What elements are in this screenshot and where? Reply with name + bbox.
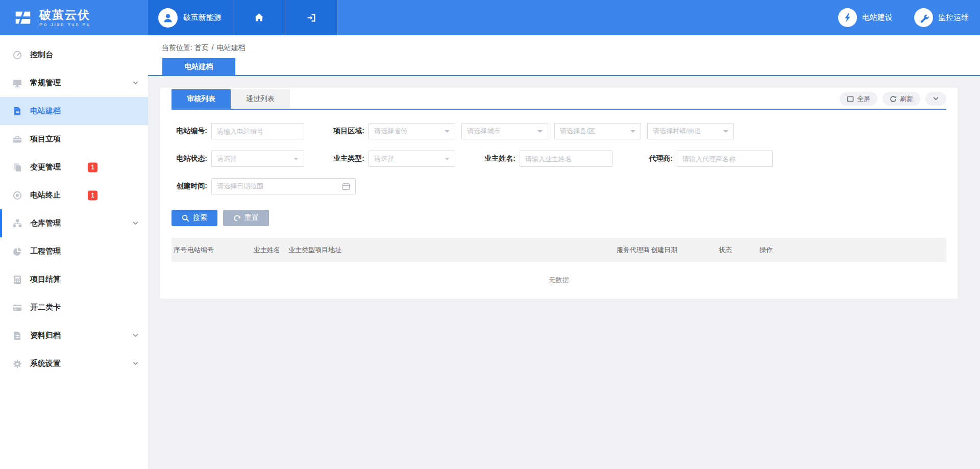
sidebar-item-pie[interactable]: 工程管理	[0, 237, 148, 265]
topbar-nav: 电站建设监控运维	[838, 0, 969, 35]
select-placeholder: 请选择村镇/街道	[653, 127, 701, 136]
sidebar-item-dashboard[interactable]: 控制台	[0, 41, 148, 69]
select-placeholder: 请选择城市	[467, 127, 500, 136]
caret-down-icon	[537, 130, 543, 135]
filter-group: 业主姓名:	[480, 151, 612, 167]
table-column-header: 序号	[174, 245, 187, 255]
filter-label: 电站编号:	[172, 127, 207, 136]
breadcrumb-home[interactable]: 首页	[194, 43, 209, 52]
empty-state: 无数据	[172, 262, 946, 299]
tool-collapse-button[interactable]	[925, 92, 946, 106]
panel-tabs: 审核列表通过列表全屏刷新	[172, 88, 946, 110]
filter-daterange[interactable]: 请选择日期范围	[211, 178, 356, 194]
chevron-down-icon	[132, 80, 139, 86]
filter-input[interactable]	[211, 123, 304, 139]
sidebar-item-calculator[interactable]: 项目结算	[0, 265, 148, 293]
filter-label: 业主姓名:	[480, 154, 516, 163]
breadcrumb-separator: /	[212, 43, 214, 52]
select-placeholder: 请选择	[217, 154, 237, 163]
filter-group: 电站编号:	[172, 123, 304, 139]
active-indicator	[0, 209, 2, 237]
filter-input[interactable]	[520, 151, 612, 167]
pie-icon	[12, 246, 23, 257]
table-column-header: 服务代理商	[617, 245, 651, 255]
signout-button[interactable]	[285, 0, 337, 35]
caret-down-icon	[445, 130, 450, 135]
sidebar-item-sitemap[interactable]: 仓库管理	[0, 209, 148, 237]
sidebar-item-label: 系统设置	[30, 359, 61, 368]
reset-icon	[233, 214, 241, 222]
sidebar-item-monitor[interactable]: 常规管理	[0, 69, 148, 97]
table-column-header: 项目地址	[315, 245, 617, 255]
panel-tools: 全屏刷新	[840, 92, 946, 106]
filter-select[interactable]: 请选择	[369, 151, 455, 167]
notification-badge: 1	[88, 190, 97, 200]
filter-select[interactable]: 请选择	[211, 151, 304, 167]
user-menu[interactable]: 破茧新能源	[148, 0, 233, 35]
filter-select[interactable]: 请选择省份	[369, 123, 455, 139]
filter-group: 业主类型:请选择	[329, 151, 455, 167]
reset-button[interactable]: 重置	[223, 210, 269, 226]
notification-badge: 1	[88, 162, 97, 172]
filter-select[interactable]: 请选择县/区	[554, 123, 641, 139]
caret-down-icon	[445, 158, 450, 163]
sidebar-item-record[interactable]: 电站终止1	[0, 181, 148, 209]
panel-tab-0[interactable]: 审核列表	[172, 89, 231, 109]
topbar-account-section: 破茧新能源	[148, 0, 337, 35]
sitemap-icon	[12, 218, 23, 229]
select-placeholder: 请选择	[374, 154, 394, 163]
brand-text: 破茧云伏 Po Jian Yun Fu	[39, 8, 91, 27]
reset-button-label: 重置	[244, 213, 259, 223]
brand-subtitle: Po Jian Yun Fu	[39, 21, 91, 27]
record-icon	[12, 190, 23, 201]
tool-label: 刷新	[900, 94, 913, 104]
search-button[interactable]: 搜索	[172, 210, 217, 226]
filter-input[interactable]	[677, 151, 773, 167]
caret-down-icon	[293, 158, 299, 163]
filter-group: 创建时间:请选择日期范围	[172, 178, 356, 194]
monitor-icon	[12, 78, 23, 88]
sidebar-item-document[interactable]: 电站建档	[0, 97, 148, 125]
refresh-icon	[890, 95, 897, 103]
brand-name: 破茧云伏	[39, 8, 91, 21]
breadcrumb-current: 电站建档	[217, 43, 246, 52]
home-button[interactable]	[233, 0, 285, 35]
table-column-header: 业主姓名	[254, 245, 288, 255]
filter-group: 请选择城市	[461, 123, 548, 139]
sidebar-item-label: 项目立项	[30, 134, 61, 144]
daterange-placeholder: 请选择日期范围	[217, 182, 263, 191]
sidebar-item-label: 控制台	[30, 50, 53, 60]
wrench-icon	[914, 8, 933, 27]
chevron-down-icon	[132, 360, 139, 367]
filter-label: 业主类型:	[329, 154, 364, 163]
breadcrumb: 当前位置: 首页/电站建档	[148, 35, 980, 53]
sidebar-item-file[interactable]: 资料归档	[0, 322, 148, 350]
filter-group: 项目区域:请选择省份	[329, 123, 455, 139]
brand-logo-icon	[13, 8, 33, 28]
topnav-wrench[interactable]: 监控运维	[914, 8, 969, 27]
sidebar-item-label: 电站终止	[30, 190, 61, 200]
page-tab[interactable]: 电站建档	[162, 58, 235, 75]
sidebar-item-card[interactable]: 开二类卡	[0, 293, 148, 322]
table-column-header: 业主类型	[288, 245, 315, 255]
sidebar-item-pages[interactable]: 变更管理1	[0, 153, 148, 181]
dashboard-icon	[12, 50, 23, 60]
filter-row: 电站状态:请选择业主类型:请选择业主姓名:代理商:	[172, 151, 946, 167]
table-column-header: 操作	[760, 245, 946, 255]
filter-select[interactable]: 请选择城市	[461, 123, 548, 139]
filter-select[interactable]: 请选择村镇/街道	[647, 123, 734, 139]
panel-tab-1[interactable]: 通过列表	[231, 89, 290, 109]
caret-down-icon	[723, 130, 728, 135]
table-header-row: 序号电站编号业主姓名业主类型项目地址服务代理商创建日期状态操作	[172, 238, 946, 262]
app-root: 破茧云伏 Po Jian Yun Fu 破茧新能源	[0, 0, 980, 469]
tool-refresh-button[interactable]: 刷新	[883, 92, 920, 106]
sidebar-item-briefcase[interactable]: 项目立项	[0, 125, 148, 153]
tool-fullscreen-button[interactable]: 全屏	[840, 92, 877, 106]
filter-group: 电站状态:请选择	[172, 151, 304, 167]
sidebar-item-gear[interactable]: 系统设置	[0, 350, 148, 378]
fullscreen-icon	[847, 95, 854, 103]
brand[interactable]: 破茧云伏 Po Jian Yun Fu	[0, 0, 148, 35]
topnav-lightning[interactable]: 电站建设	[838, 8, 893, 27]
filter-form: 电站编号:项目区域:请选择省份请选择城市请选择县/区请选择村镇/街道电站状态:请…	[172, 123, 946, 194]
table-column-header: 创建日期	[651, 245, 719, 255]
